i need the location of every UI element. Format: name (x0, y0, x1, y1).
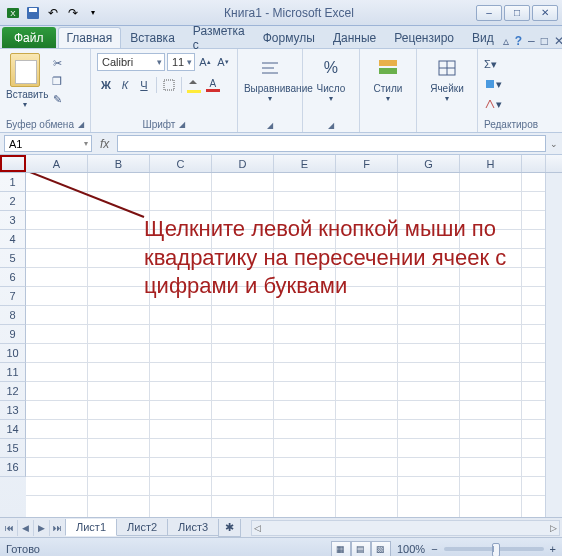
cells-button[interactable]: Ячейки ▾ (423, 53, 471, 103)
horizontal-scrollbar[interactable]: ◁▷ (251, 520, 560, 536)
number-launcher-icon[interactable]: ◢ (328, 121, 334, 130)
doc-minimize-icon[interactable]: – (528, 34, 535, 48)
undo-icon[interactable]: ↶ (44, 4, 62, 22)
sheet-nav-prev-icon[interactable]: ◀ (18, 520, 34, 536)
copy-icon[interactable]: ❐ (48, 73, 66, 89)
fx-icon[interactable]: fx (96, 137, 113, 151)
font-size-combo[interactable]: 11 (167, 53, 195, 71)
styles-button[interactable]: Стили ▾ (366, 53, 410, 103)
fill-button[interactable]: ▾ (484, 75, 502, 93)
col-header[interactable]: D (212, 155, 274, 172)
tab-formulas[interactable]: Формулы (254, 27, 324, 48)
tab-data[interactable]: Данные (324, 27, 385, 48)
cells-area[interactable]: /*placeholder*/ Щелкните левой кнопкой м… (26, 173, 545, 517)
row-header[interactable]: 10 (0, 344, 26, 363)
sheet-nav-first-icon[interactable]: ⏮ (2, 520, 18, 536)
sheet-tab-1[interactable]: Лист1 (65, 519, 117, 536)
cells-icon (436, 57, 458, 79)
doc-restore-icon[interactable]: □ (541, 34, 548, 48)
alignment-launcher-icon[interactable]: ◢ (267, 121, 273, 130)
col-header[interactable]: G (398, 155, 460, 172)
format-painter-icon[interactable]: ✎ (48, 91, 66, 107)
col-header[interactable]: C (150, 155, 212, 172)
col-header[interactable]: A (26, 155, 88, 172)
tab-insert[interactable]: Вставка (121, 27, 184, 48)
paste-dropdown-icon[interactable]: ▾ (6, 100, 44, 109)
row-header[interactable]: 11 (0, 363, 26, 382)
paste-icon (10, 53, 40, 87)
bold-button[interactable]: Ж (97, 76, 115, 94)
view-page-break-icon[interactable]: ▧ (371, 541, 391, 557)
zoom-slider[interactable] (444, 547, 544, 551)
doc-close-icon[interactable]: ✕ (554, 34, 562, 48)
alignment-button[interactable]: Выравнивание ▾ (244, 53, 296, 103)
tab-home[interactable]: Главная (58, 27, 122, 48)
row-header[interactable]: 3 (0, 211, 26, 230)
save-icon[interactable] (24, 4, 42, 22)
qat-dropdown-icon[interactable]: ▾ (84, 4, 102, 22)
col-header[interactable]: H (460, 155, 522, 172)
close-button[interactable]: ✕ (532, 5, 558, 21)
font-name-combo[interactable]: Calibri (97, 53, 165, 71)
row-header[interactable]: 6 (0, 268, 26, 287)
help-icon[interactable]: ? (515, 34, 522, 48)
select-all-corner[interactable] (0, 155, 26, 172)
row-header[interactable]: 4 (0, 230, 26, 249)
row-header[interactable]: 2 (0, 192, 26, 211)
font-launcher-icon[interactable]: ◢ (179, 120, 185, 129)
sheet-nav-last-icon[interactable]: ⏭ (50, 520, 66, 536)
redo-icon[interactable]: ↷ (64, 4, 82, 22)
font-color-button[interactable]: A (204, 76, 222, 94)
paste-button[interactable]: Вставить ▾ (6, 53, 44, 109)
increase-font-icon[interactable]: A▴ (197, 53, 213, 71)
clear-button[interactable]: ▾ (484, 95, 502, 113)
tab-view[interactable]: Вид (463, 27, 503, 48)
ribbon-minimize-icon[interactable]: ▵ (503, 34, 509, 48)
col-header[interactable]: F (336, 155, 398, 172)
vertical-scrollbar[interactable] (545, 173, 562, 517)
view-page-layout-icon[interactable]: ▤ (351, 541, 371, 557)
row-header[interactable]: 1 (0, 173, 26, 192)
row-header[interactable]: 15 (0, 439, 26, 458)
new-sheet-icon[interactable]: ✱ (218, 519, 241, 537)
doc-name: Книга1 (224, 6, 262, 20)
italic-button[interactable]: К (116, 76, 134, 94)
view-normal-icon[interactable]: ▦ (331, 541, 351, 557)
tab-review[interactable]: Рецензиро (385, 27, 463, 48)
col-header[interactable]: E (274, 155, 336, 172)
sheet-tab-3[interactable]: Лист3 (167, 519, 219, 536)
tab-page-layout[interactable]: Разметка с (184, 27, 254, 48)
formula-input[interactable] (117, 135, 546, 152)
maximize-button[interactable]: □ (504, 5, 530, 21)
name-box[interactable]: A1 (4, 135, 92, 152)
row-header[interactable]: 14 (0, 420, 26, 439)
cut-icon[interactable]: ✂ (48, 55, 66, 71)
number-button[interactable]: % Число ▾ (309, 53, 353, 103)
row-header[interactable]: 16 (0, 458, 26, 477)
zoom-out-icon[interactable]: − (431, 543, 437, 555)
formula-expand-icon[interactable]: ⌄ (550, 139, 558, 149)
zoom-in-icon[interactable]: + (550, 543, 556, 555)
clipboard-launcher-icon[interactable]: ◢ (78, 120, 84, 129)
decrease-font-icon[interactable]: A▾ (215, 53, 231, 71)
minimize-button[interactable]: – (476, 5, 502, 21)
row-header[interactable]: 12 (0, 382, 26, 401)
sheet-tab-2[interactable]: Лист2 (116, 519, 168, 536)
autosum-button[interactable]: Σ ▾ (484, 55, 497, 73)
window-title: Книга1 - Microsoft Excel (102, 6, 476, 20)
border-button[interactable] (160, 76, 178, 94)
vscroll-top-icon[interactable] (545, 155, 562, 172)
col-header[interactable]: B (88, 155, 150, 172)
underline-button[interactable]: Ч (135, 76, 153, 94)
sheet-nav-next-icon[interactable]: ▶ (34, 520, 50, 536)
row-header[interactable]: 8 (0, 306, 26, 325)
tab-file[interactable]: Файл (2, 27, 56, 48)
fill-color-button[interactable] (185, 76, 203, 94)
excel-app-icon[interactable]: X (4, 4, 22, 22)
row-header[interactable]: 9 (0, 325, 26, 344)
ribbon: Вставить ▾ ✂ ❐ ✎ Буфер обмена◢ Calibri 1… (0, 49, 562, 133)
row-header[interactable]: 7 (0, 287, 26, 306)
row-header[interactable]: 13 (0, 401, 26, 420)
zoom-level[interactable]: 100% (397, 543, 425, 555)
row-header[interactable]: 5 (0, 249, 26, 268)
